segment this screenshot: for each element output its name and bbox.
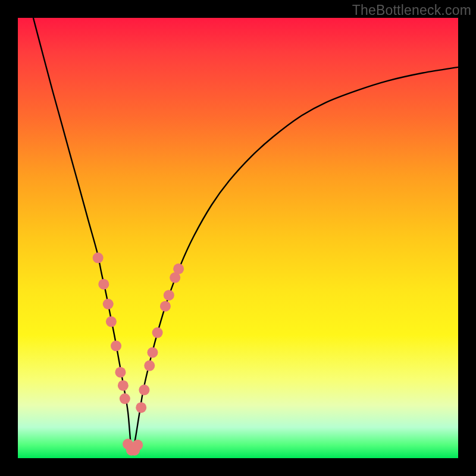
data-dot <box>118 380 129 391</box>
data-dot <box>173 264 184 274</box>
data-dot <box>147 347 158 358</box>
data-dot <box>136 402 146 413</box>
watermark-text: TheBottleneck.com <box>352 2 471 18</box>
data-dot <box>93 252 104 263</box>
chart-container: TheBottleneck.com <box>0 0 476 476</box>
plot-area <box>18 18 458 458</box>
data-dot <box>106 317 117 327</box>
data-dot <box>160 301 171 312</box>
data-dot <box>152 327 163 338</box>
data-dot <box>164 290 174 300</box>
data-dot <box>115 367 126 378</box>
data-dots <box>93 252 184 455</box>
data-dot <box>132 440 143 450</box>
data-dot <box>139 384 149 395</box>
data-dot <box>103 299 114 309</box>
bottleneck-curve <box>33 18 458 451</box>
data-dot <box>111 340 121 351</box>
curve-svg <box>18 18 458 458</box>
data-dot <box>144 361 155 371</box>
data-dot <box>98 279 109 290</box>
data-dot <box>120 393 130 404</box>
